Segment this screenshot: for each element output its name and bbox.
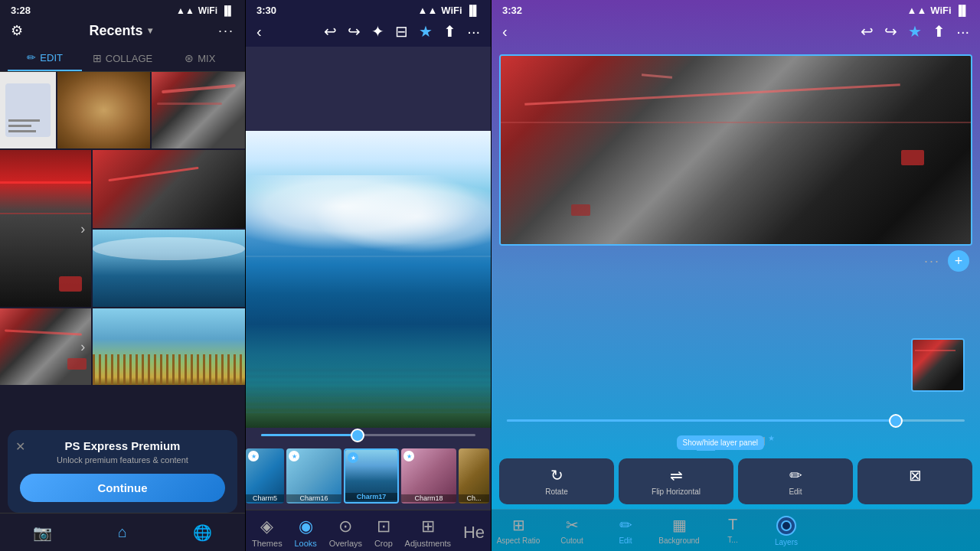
wifi-icon-3: WiFi: [930, 5, 951, 16]
filter-thumb-charm18[interactable]: ★ Charm18: [401, 448, 456, 504]
photo-bread: [57, 72, 151, 148]
signal-icon-2: ▲▲: [418, 5, 438, 16]
extra-action-button[interactable]: ⊠: [858, 458, 972, 504]
share-button-3[interactable]: ⬆: [933, 22, 946, 41]
rotate-button[interactable]: ↻ Rotate: [499, 458, 614, 504]
filter-label-17: Charm17: [345, 493, 397, 500]
aspect-ratio-tool[interactable]: ⊞ Aspect Ratio: [492, 514, 545, 548]
photo-cell-doc[interactable]: [0, 72, 56, 148]
battery-icon-1: ▐▌: [221, 5, 234, 16]
chevron-right-icon-2: ›: [80, 339, 85, 355]
header-title[interactable]: Recents ▾: [89, 23, 152, 39]
redo-button-3[interactable]: ↪: [884, 22, 897, 41]
photo-cell-aerial1[interactable]: [152, 72, 245, 148]
edit-action-icon: ✏: [789, 466, 802, 484]
toolbar-2: ‹ ↩ ↪ ✦ ⊟ ★ ⬆ ···: [246, 19, 491, 47]
photo-aerial-2: [0, 308, 91, 385]
undo-button-3[interactable]: ↩: [861, 22, 874, 41]
filter-thumb-charm17[interactable]: ★ Charm17: [344, 448, 399, 504]
status-icons-3: ▲▲ WiFi ▐▌: [907, 5, 969, 16]
adjustments-tool[interactable]: ⊞ Adjustments: [405, 517, 452, 548]
main-layer-image[interactable]: [499, 54, 972, 246]
bottom-tools-3: ⊞ Aspect Ratio ✂ Cutout ✏ Edit ▦ Backgro…: [492, 509, 980, 551]
layers-tool[interactable]: Layers: [760, 514, 813, 548]
background-label: Background: [658, 536, 699, 545]
text-tool-3[interactable]: T T...: [706, 514, 760, 548]
tab-edit[interactable]: ✏ EDIT: [8, 45, 82, 71]
redo-button[interactable]: ↪: [348, 22, 361, 41]
gear-icon[interactable]: ⚙: [11, 22, 23, 39]
aspect-ratio-icon: ⊞: [512, 516, 525, 534]
undo-button[interactable]: ↩: [324, 22, 337, 41]
back-button-3[interactable]: ‹: [502, 23, 508, 41]
photo-cell-traffic2[interactable]: [93, 150, 245, 228]
home-nav-icon[interactable]: ⌂: [118, 523, 127, 541]
themes-tool[interactable]: ◈ Themes: [252, 517, 283, 548]
crop-tool[interactable]: ⊡ Crop: [374, 517, 393, 548]
filter-label-16: Charm16: [286, 494, 341, 502]
premium-subtitle: Unlock premium features & content: [57, 455, 188, 465]
main-photo[interactable]: [246, 131, 491, 428]
tab-mix[interactable]: ⊛ MIX: [163, 45, 237, 71]
photo-water: [93, 230, 245, 308]
text-label-3: T...: [727, 536, 737, 544]
back-button-2[interactable]: ‹: [256, 23, 262, 41]
photo-cell-traffic-tall[interactable]: ›: [0, 150, 91, 307]
continue-button[interactable]: Continue: [20, 474, 225, 502]
add-layer-button[interactable]: +: [948, 250, 969, 272]
more-options-icon[interactable]: ···: [467, 23, 480, 41]
premium-star-icon-3[interactable]: ★: [908, 22, 922, 41]
layer-thumbnail[interactable]: [911, 338, 965, 392]
time-3: 3:32: [502, 5, 522, 16]
themes-icon: ◈: [260, 517, 273, 536]
layer-slider[interactable]: [492, 415, 980, 426]
extra-action-icon: ⊠: [909, 466, 922, 484]
he-tool[interactable]: He: [463, 523, 485, 543]
flip-horizontal-button[interactable]: ⇌ Flip Horizontal Show/hide layer panel: [619, 458, 733, 504]
panel-layers: 3:32 ▲▲ WiFi ▐▌ ‹ ↩ ↪ ★ ⬆ ···: [492, 0, 980, 551]
edit-action-button[interactable]: ✏ Edit: [738, 458, 853, 504]
tab-bar-1: ✏ EDIT ⊞ COLLAGE ⊛ MIX: [0, 45, 245, 72]
layer-slider-thumb[interactable]: [889, 414, 903, 428]
edit-action-label: Edit: [789, 487, 802, 497]
split-view-icon[interactable]: ⊟: [395, 22, 408, 41]
slider-thumb[interactable]: [351, 429, 364, 442]
status-bar-1: 3:28 ▲▲ WiFi ▐▌: [0, 0, 245, 19]
overlays-label: Overlays: [329, 539, 362, 548]
globe-nav-icon[interactable]: 🌐: [193, 523, 212, 542]
tab-collage[interactable]: ⊞ COLLAGE: [85, 45, 159, 71]
photo-cell-aerial2[interactable]: ›: [0, 308, 91, 385]
cutout-tool[interactable]: ✂ Cutout: [545, 514, 599, 548]
filter-thumb-charm5[interactable]: ★ Charm5: [246, 448, 284, 504]
overlays-tool[interactable]: ⊙ Overlays: [329, 517, 362, 548]
more-menu-icon[interactable]: ···: [218, 23, 234, 39]
looks-tool[interactable]: ◉ Looks: [294, 517, 316, 548]
header-1: ⚙ Recents ▾ ···: [0, 19, 245, 45]
layer-controls: ··· +: [499, 250, 972, 272]
magic-select-icon[interactable]: ✦: [371, 22, 384, 41]
flip-horizontal-label: Flip Horizontal: [652, 487, 701, 497]
filter-thumb-charm-more[interactable]: Ch...: [459, 448, 489, 504]
photo-cell-bread[interactable]: [57, 72, 151, 148]
battery-icon-3: ▐▌: [956, 5, 969, 16]
landscape-photo: [246, 131, 491, 428]
photo-cell-reeds[interactable]: [93, 308, 245, 385]
layers-inner-icon: [781, 520, 792, 531]
collage-tab-icon: ⊞: [93, 52, 102, 64]
layer-more-icon[interactable]: ···: [924, 253, 940, 269]
cloud-overlay: [246, 175, 491, 279]
edit-tool-3[interactable]: ✏ Edit: [599, 514, 652, 548]
recents-label: Recents: [89, 23, 142, 39]
more-options-icon-3[interactable]: ···: [956, 23, 969, 41]
background-tool[interactable]: ▦ Background: [652, 514, 706, 548]
filter-strip: ★ Charm5 ★ Charm16 ★ Charm17 ★ Charm18 C: [246, 442, 491, 510]
premium-star-icon[interactable]: ★: [419, 22, 433, 41]
share-button[interactable]: ⬆: [443, 22, 456, 41]
camera-nav-icon[interactable]: 📷: [33, 523, 52, 542]
filter-thumb-charm16[interactable]: ★ Charm16: [286, 448, 341, 504]
close-banner-button[interactable]: ✕: [15, 439, 25, 454]
filter-badge-18: ★: [403, 451, 414, 461]
filter-slider[interactable]: [246, 428, 491, 442]
photo-cell-water[interactable]: [93, 230, 245, 308]
edit-tab-icon: ✏: [27, 51, 36, 64]
